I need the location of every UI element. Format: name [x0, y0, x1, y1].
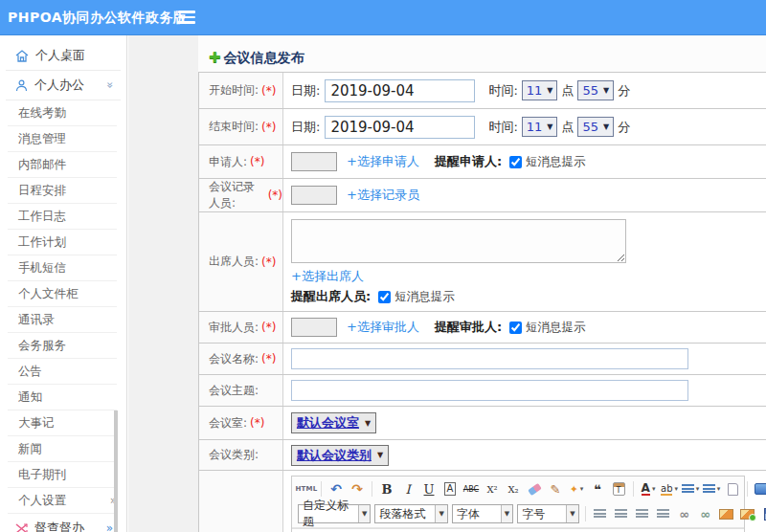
pick-applicant-link[interactable]: +选择申请人 — [347, 153, 419, 170]
meeting-room-select[interactable]: 默认会议室▼ — [291, 412, 376, 433]
bold-button[interactable]: B — [377, 479, 396, 499]
sidebar-item-internal-mail[interactable]: 内部邮件 — [8, 152, 117, 178]
align-center-button[interactable] — [612, 504, 631, 523]
remove-link-button[interactable]: ∞ — [696, 504, 715, 523]
sidebar-item-news[interactable]: 新闻 — [8, 436, 117, 462]
font-family-select[interactable]: 字体▼ — [452, 504, 513, 523]
ordered-list-button[interactable]: ▾ — [681, 479, 700, 499]
attendees-sms-checkbox[interactable] — [378, 291, 391, 303]
meeting-category-select[interactable]: 默认会议类别▼ — [291, 445, 389, 466]
upload-image-button[interactable] — [738, 504, 757, 523]
remind-applicant-label: 提醒申请人: — [435, 153, 502, 170]
app-header: PHPOA协同办公软件政务版 — [0, 0, 766, 35]
image-icon — [719, 509, 733, 520]
insert-image-button[interactable] — [717, 504, 736, 523]
insert-media-button[interactable] — [759, 504, 766, 523]
row-start-time: 开始时间:(*) 日期: 时间: 11▼ 点 55▼ 分 — [199, 73, 766, 109]
applicant-sms-checkbox[interactable] — [509, 156, 522, 168]
redo-button[interactable]: ↷ — [348, 479, 367, 499]
sms-label: 短消息提示 — [526, 154, 586, 170]
start-date-input[interactable] — [325, 79, 475, 102]
pick-recorder-link[interactable]: +选择记录员 — [347, 187, 419, 204]
font-style-button[interactable]: A — [440, 479, 460, 499]
sidebar-item-attendance[interactable]: 在线考勤 — [8, 100, 117, 126]
start-hour-select[interactable]: 11▼ — [522, 80, 558, 100]
row-meeting-subject: 会议主题: — [199, 375, 766, 407]
sidebar-item-major-events[interactable]: 大事记 — [8, 410, 117, 436]
monitor-icon — [755, 483, 766, 495]
page-icon — [728, 483, 738, 496]
sidebar-item-label: 个人办公 — [34, 77, 84, 94]
sidebar-item-messages[interactable]: 消息管理 — [8, 126, 117, 152]
row-applicant: 申请人:(*) +选择申请人 提醒申请人: 短消息提示 — [199, 145, 766, 179]
sidebar-item-file-cabinet[interactable]: 个人文件柜 — [8, 281, 117, 307]
attendees-textarea[interactable] — [291, 219, 626, 263]
approver-sms-checkbox[interactable] — [509, 321, 522, 334]
new-page-button[interactable] — [723, 479, 742, 499]
select-arrow-icon: ▼ — [435, 505, 446, 522]
align-justify-button[interactable] — [654, 504, 673, 523]
sidebar-item-notices[interactable]: 通知 — [8, 385, 117, 410]
required-mark: (*) — [261, 352, 276, 366]
required-mark: (*) — [250, 155, 264, 168]
font-color-button[interactable]: A▾ — [639, 479, 658, 499]
sidebar-item-schedule[interactable]: 日程安排 — [8, 178, 117, 204]
end-minute-select[interactable]: 55▼ — [577, 117, 614, 137]
meeting-name-input[interactable] — [291, 348, 688, 369]
underline-button[interactable]: U — [419, 479, 439, 499]
sidebar-item-supervision[interactable]: 督查督办 » — [6, 514, 121, 532]
end-date-input[interactable] — [325, 116, 475, 139]
end-hour-select[interactable]: 11▼ — [522, 117, 558, 137]
start-minute-select[interactable]: 55▼ — [577, 80, 614, 100]
blockquote-button[interactable]: ❝ — [588, 479, 607, 499]
align-left-button[interactable] — [591, 504, 610, 523]
source-code-button[interactable]: HTML — [297, 479, 316, 499]
dropdown-arrow-icon: ▾ — [696, 485, 700, 493]
unordered-list-button[interactable]: ▾ — [702, 479, 721, 499]
format-painter-button[interactable]: ✎ — [546, 479, 565, 499]
font-size-select[interactable]: 字号▼ — [517, 504, 578, 523]
sidebar-item-work-log[interactable]: 工作日志 — [8, 204, 117, 230]
sidebar-item-desktop[interactable]: 个人桌面 — [6, 41, 121, 71]
align-right-button[interactable] — [633, 504, 652, 523]
field-label: 开始时间: — [209, 82, 259, 99]
recorder-input[interactable] — [291, 186, 337, 205]
time-label: 时间: — [488, 82, 517, 100]
row-meeting-room: 会议室:(*) 默认会议室▼ — [199, 407, 766, 440]
align-left-icon — [594, 509, 606, 520]
remove-format-button[interactable] — [525, 479, 544, 499]
sidebar-item-meeting-service[interactable]: 会务服务 — [8, 333, 117, 359]
home-icon — [15, 50, 29, 62]
sidebar-item-e-journal[interactable]: 电子期刊 — [8, 462, 117, 488]
select-arrow-icon: ▼ — [603, 122, 609, 131]
meeting-subject-input[interactable] — [291, 380, 688, 401]
pick-approver-link[interactable]: +选择审批人 — [347, 319, 419, 336]
insert-link-button[interactable]: ∞ — [675, 504, 694, 523]
editor-toolbar-row1: HTML ↶ ↷ B I U A ABC X² X₂ ✎ — [292, 477, 744, 501]
paragraph-format-select[interactable]: 段落格式▼ — [374, 504, 447, 523]
superscript-button[interactable]: X² — [483, 479, 502, 499]
approver-input[interactable] — [291, 318, 337, 337]
sidebar-item-work-plan[interactable]: 工作计划 — [8, 230, 117, 255]
italic-button[interactable]: I — [398, 479, 417, 499]
sidebar-item-personal-settings[interactable]: 个人设置 » — [8, 488, 117, 514]
applicant-input[interactable] — [291, 152, 337, 171]
highlight-color-button[interactable]: ab▾ — [660, 479, 679, 499]
strikethrough-button[interactable]: ABC — [462, 479, 481, 499]
subscript-button[interactable]: X₂ — [504, 479, 523, 499]
sidebar-item-contacts[interactable]: 通讯录 — [8, 307, 117, 333]
sms-label: 短消息提示 — [526, 320, 586, 336]
hamburger-menu-icon[interactable] — [178, 11, 195, 24]
sidebar-item-sms[interactable]: 手机短信 — [8, 255, 117, 281]
sidebar-item-announcements[interactable]: 公告 — [8, 359, 117, 385]
page-title: ✚会议信息发布 — [209, 49, 304, 67]
pick-attendees-link[interactable]: +选择出席人 — [291, 268, 364, 285]
quick-format-button[interactable]: ✦▾ — [567, 479, 586, 499]
sidebar-item-office[interactable]: 个人办公 » — [6, 71, 121, 100]
editor-content[interactable] — [292, 528, 744, 532]
fullscreen-button[interactable] — [753, 479, 766, 499]
paste-as-text-button[interactable]: T — [609, 479, 628, 499]
undo-button[interactable]: ↶ — [327, 479, 346, 499]
heading-select[interactable]: 自定义标题▼ — [298, 504, 371, 523]
sidebar-scrollbar[interactable] — [114, 410, 118, 532]
